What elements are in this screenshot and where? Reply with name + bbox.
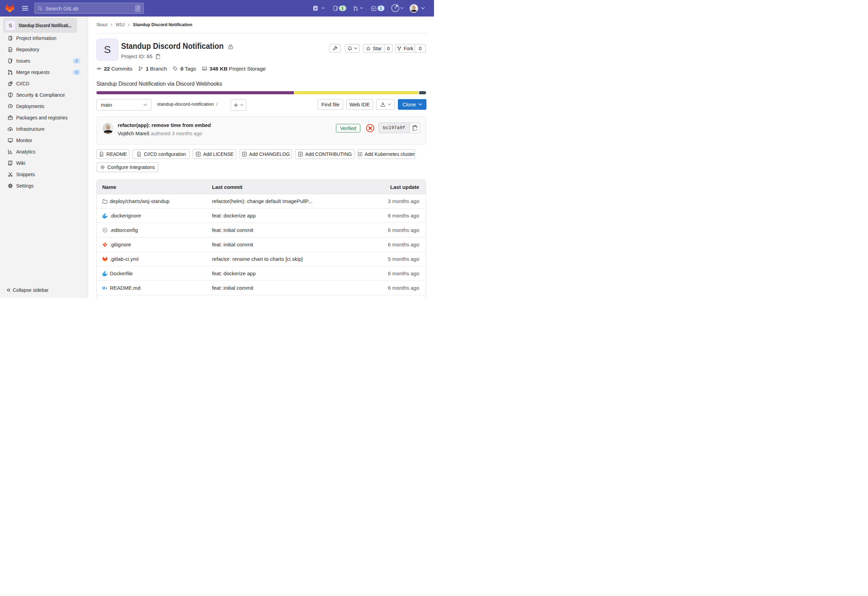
svg-text:M: M [102,286,105,290]
